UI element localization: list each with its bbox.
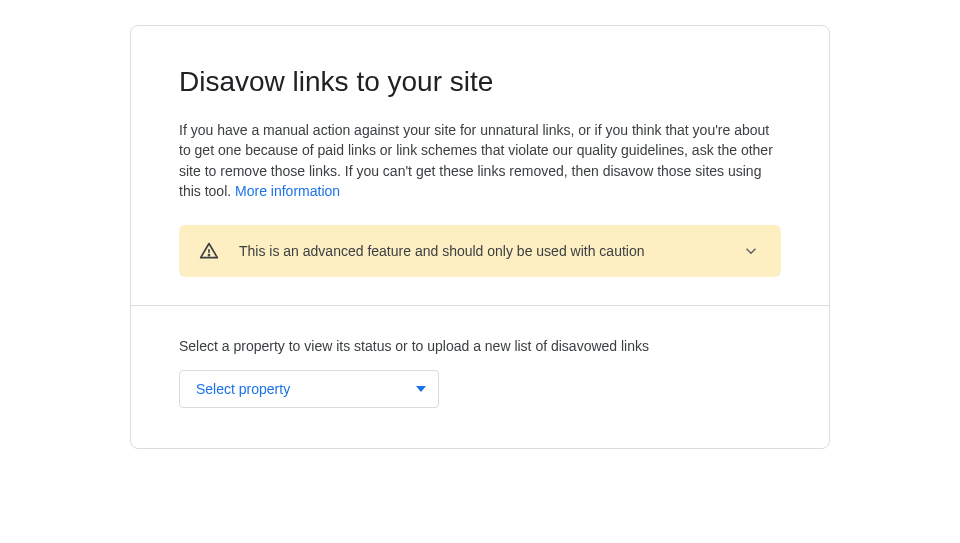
svg-point-1: [209, 255, 210, 256]
select-property-label: Select a property to view its status or …: [179, 338, 781, 354]
card-top-section: Disavow links to your site If you have a…: [131, 26, 829, 305]
select-property-value: Select property: [196, 381, 290, 397]
warning-banner[interactable]: This is an advanced feature and should o…: [179, 225, 781, 277]
warning-text: This is an advanced feature and should o…: [239, 243, 721, 259]
disavow-card: Disavow links to your site If you have a…: [130, 25, 830, 449]
warning-icon: [199, 241, 219, 261]
description-text: If you have a manual action against your…: [179, 120, 781, 201]
select-property-dropdown[interactable]: Select property: [179, 370, 439, 408]
page-title: Disavow links to your site: [179, 66, 781, 98]
card-bottom-section: Select a property to view its status or …: [131, 306, 829, 448]
chevron-down-icon: [741, 241, 761, 261]
more-information-link[interactable]: More information: [235, 183, 340, 199]
dropdown-arrow-icon: [416, 386, 426, 392]
